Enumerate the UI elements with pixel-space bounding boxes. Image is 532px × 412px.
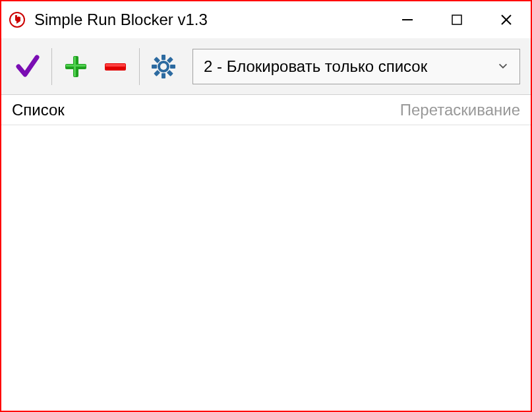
- toolbar-divider: [139, 48, 140, 85]
- window-controls: [382, 1, 531, 38]
- add-button[interactable]: [60, 51, 92, 82]
- app-icon: [9, 12, 25, 28]
- list-area[interactable]: [1, 125, 531, 411]
- apply-button[interactable]: [12, 51, 44, 82]
- mode-dropdown[interactable]: 2 - Блокировать только список: [192, 49, 520, 84]
- svg-rect-14: [152, 65, 157, 69]
- mode-dropdown-label: 2 - Блокировать только список: [204, 57, 497, 76]
- settings-button[interactable]: [148, 51, 179, 82]
- window-title: Simple Run Blocker v1.3: [34, 11, 382, 29]
- svg-rect-13: [162, 73, 165, 78]
- close-button[interactable]: [481, 1, 531, 38]
- chevron-down-icon: [497, 57, 509, 76]
- svg-rect-15: [170, 65, 175, 69]
- svg-rect-17: [154, 69, 160, 76]
- toolbar-divider: [51, 48, 52, 85]
- svg-rect-19: [167, 69, 173, 76]
- svg-rect-2: [452, 15, 461, 24]
- svg-rect-12: [162, 55, 165, 60]
- remove-button[interactable]: [100, 51, 131, 82]
- svg-rect-18: [154, 57, 160, 63]
- svg-point-20: [160, 63, 167, 70]
- svg-rect-10: [105, 64, 125, 67]
- maximize-button[interactable]: [432, 1, 481, 38]
- list-header: Список Перетаскивание: [1, 95, 531, 125]
- app-window: Simple Run Blocker v1.3: [0, 0, 532, 412]
- svg-rect-8: [66, 65, 86, 67]
- list-column-header: Список: [12, 101, 65, 119]
- svg-rect-16: [167, 57, 173, 63]
- minimize-button[interactable]: [382, 1, 432, 38]
- toolbar: 2 - Блокировать только список: [1, 38, 531, 95]
- drag-hint-label: Перетаскивание: [400, 101, 520, 119]
- titlebar: Simple Run Blocker v1.3: [1, 1, 531, 38]
